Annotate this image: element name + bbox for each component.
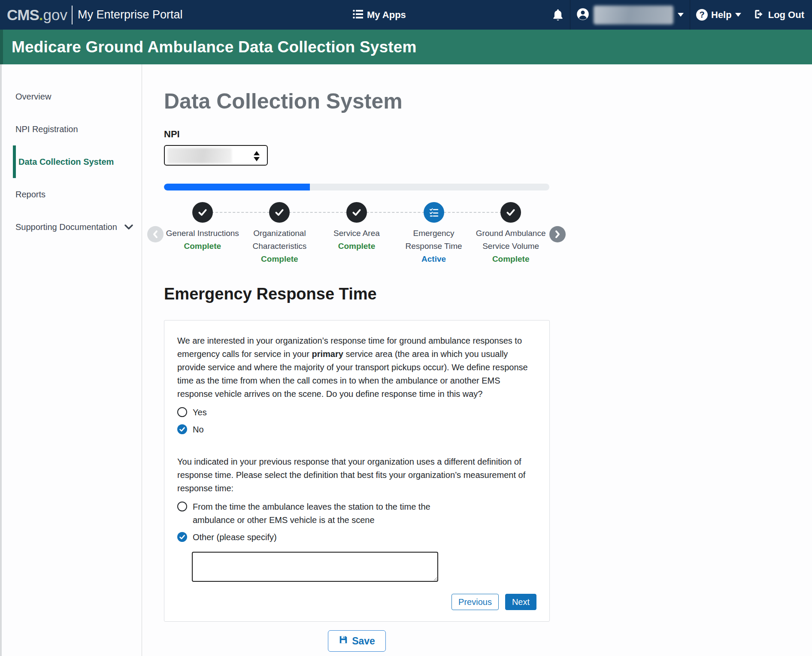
step-complete-check-icon[interactable] bbox=[192, 202, 213, 223]
step-organizational-characteristics: Organizational Characteristics Complete bbox=[241, 202, 318, 266]
step-label: Organizational Characteristics bbox=[241, 227, 318, 253]
carousel-previous-icon[interactable] bbox=[147, 226, 164, 242]
cms-gov-logo[interactable]: CMS . gov bbox=[7, 6, 67, 24]
navbar-separator bbox=[570, 0, 570, 30]
radio-option-yes[interactable]: Yes bbox=[177, 406, 536, 419]
help-menu[interactable]: ? Help bbox=[696, 9, 741, 21]
sidebar-item-label: Data Collection System bbox=[18, 157, 114, 167]
step-complete-check-icon[interactable] bbox=[500, 202, 521, 223]
next-button[interactable]: Next bbox=[505, 594, 536, 610]
card-button-row: Previous Next bbox=[177, 594, 536, 610]
sidebar-item-reports[interactable]: Reports bbox=[2, 178, 142, 211]
npi-value-redacted bbox=[167, 148, 232, 163]
navbar-right-group: ? Help Log Out bbox=[552, 0, 809, 30]
sidebar-item-supporting-documentation[interactable]: Supporting Documentation bbox=[2, 211, 142, 243]
step-label: Ground Ambulance Service Volume bbox=[472, 227, 549, 253]
step-label: Service Area bbox=[333, 227, 380, 240]
radio-option-no[interactable]: No bbox=[177, 423, 536, 436]
save-row: Save bbox=[164, 630, 550, 652]
radio-label: From the time the ambulance leaves the s… bbox=[193, 500, 450, 527]
user-name-redacted bbox=[594, 6, 673, 24]
select-arrows-icon bbox=[253, 151, 260, 163]
help-label: Help bbox=[711, 9, 732, 21]
question2-options: From the time the ambulance leaves the s… bbox=[177, 500, 536, 544]
sidebar-item-npi-registration[interactable]: NPI Registration bbox=[2, 113, 142, 145]
sidebar: Overview NPI Registration Data Collectio… bbox=[2, 64, 142, 656]
portal-name: My Enterprise Portal bbox=[78, 8, 183, 21]
section-title: Emergency Response Time bbox=[164, 284, 550, 304]
step-active-list-icon[interactable] bbox=[424, 202, 444, 223]
step-label: General Instructions bbox=[166, 227, 239, 240]
my-apps-button[interactable]: My Apps bbox=[353, 0, 406, 30]
question1-options: Yes No bbox=[177, 406, 536, 436]
my-apps-label: My Apps bbox=[367, 9, 406, 21]
sidebar-item-label: Supporting Documentation bbox=[15, 222, 117, 232]
step-service-area: Service Area Complete bbox=[318, 202, 395, 266]
step-emergency-response-time: Emergency Response Time Active bbox=[395, 202, 473, 266]
brand-divider bbox=[72, 6, 73, 24]
question1-text: We are interested in your organization’s… bbox=[177, 334, 536, 401]
npi-label: NPI bbox=[164, 129, 550, 140]
step-status: Complete bbox=[261, 253, 298, 266]
notifications-bell-icon[interactable] bbox=[552, 9, 564, 21]
npi-select[interactable] bbox=[164, 145, 268, 166]
save-label: Save bbox=[352, 635, 375, 647]
step-status: Complete bbox=[338, 240, 376, 253]
previous-button[interactable]: Previous bbox=[451, 594, 499, 610]
radio-unchecked-icon[interactable] bbox=[177, 502, 187, 511]
radio-label: Yes bbox=[193, 406, 207, 419]
top-navbar: CMS . gov My Enterprise Portal My Apps bbox=[0, 0, 812, 30]
radio-checked-icon[interactable] bbox=[177, 532, 187, 542]
chevron-down-icon bbox=[124, 222, 133, 232]
radio-option-other[interactable]: Other (please specify) bbox=[177, 531, 536, 544]
logout-button[interactable]: Log Out bbox=[753, 9, 804, 21]
user-avatar-icon bbox=[576, 8, 589, 22]
step-complete-check-icon[interactable] bbox=[269, 202, 290, 223]
sidebar-item-overview[interactable]: Overview bbox=[2, 80, 142, 113]
help-icon: ? bbox=[696, 9, 708, 21]
sidebar-item-label: NPI Registration bbox=[15, 124, 78, 134]
page-body: Overview NPI Registration Data Collectio… bbox=[0, 64, 812, 656]
step-general-instructions: General Instructions Complete bbox=[164, 202, 241, 266]
app-header: Medicare Ground Ambulance Data Collectio… bbox=[0, 30, 812, 64]
brand-dot: . bbox=[39, 6, 43, 24]
radio-unchecked-icon[interactable] bbox=[177, 407, 187, 417]
my-apps-icon bbox=[353, 9, 363, 21]
brand-gov: gov bbox=[43, 6, 67, 24]
main-content: Data Collection System NPI bbox=[164, 64, 550, 652]
save-floppy-icon bbox=[339, 635, 348, 647]
step-carousel: General Instructions Complete Organizati… bbox=[164, 202, 549, 266]
radio-label: Other (please specify) bbox=[193, 531, 277, 544]
step-status: Complete bbox=[492, 253, 530, 266]
logout-icon bbox=[753, 9, 764, 21]
sidebar-item-label: Reports bbox=[15, 190, 45, 200]
step-status: Complete bbox=[184, 240, 221, 253]
step-ground-ambulance-service-volume: Ground Ambulance Service Volume Complete bbox=[472, 202, 549, 266]
user-caret-down-icon bbox=[678, 13, 684, 17]
app-title: Medicare Ground Ambulance Data Collectio… bbox=[12, 38, 417, 56]
radio-label: No bbox=[193, 423, 204, 436]
user-menu[interactable] bbox=[576, 6, 684, 24]
brand-cms: CMS bbox=[7, 6, 39, 24]
sidebar-item-data-collection-system[interactable]: Data Collection System bbox=[13, 145, 142, 178]
step-status: Active bbox=[421, 253, 446, 266]
help-caret-down-icon bbox=[735, 13, 741, 17]
step-complete-check-icon[interactable] bbox=[346, 202, 367, 223]
navbar-separator bbox=[690, 0, 690, 30]
page-title: Data Collection System bbox=[164, 89, 550, 113]
question-card: We are interested in your organization’s… bbox=[164, 320, 550, 622]
question2-text: You indicated in your previous response … bbox=[177, 455, 536, 495]
radio-option-from-station[interactable]: From the time the ambulance leaves the s… bbox=[177, 500, 536, 527]
sidebar-item-label: Overview bbox=[15, 92, 51, 102]
save-button[interactable]: Save bbox=[328, 630, 386, 652]
progress-bar bbox=[164, 184, 549, 190]
radio-checked-icon[interactable] bbox=[177, 424, 187, 434]
other-specify-textarea[interactable] bbox=[192, 552, 438, 582]
progress-bar-fill bbox=[164, 184, 310, 190]
logout-label: Log Out bbox=[768, 9, 804, 21]
step-label: Emergency Response Time bbox=[395, 227, 473, 253]
carousel-next-icon[interactable] bbox=[549, 226, 566, 242]
